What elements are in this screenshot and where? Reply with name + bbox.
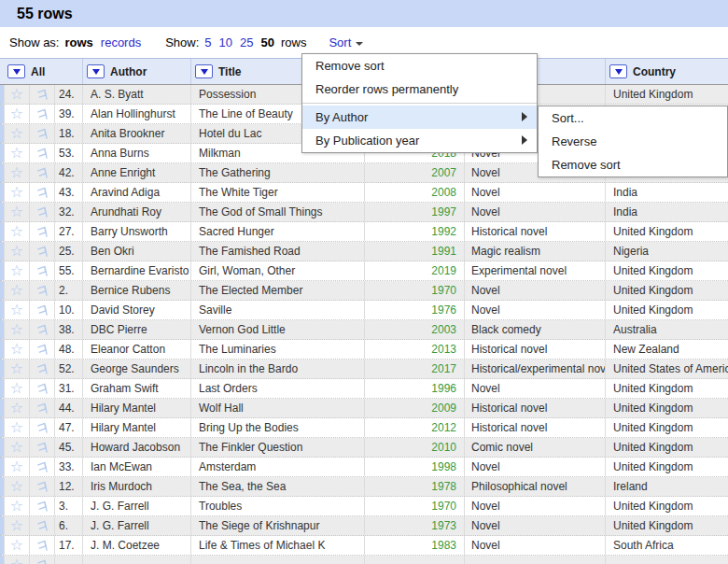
country-cell[interactable]: United Kingdom — [605, 222, 728, 241]
page-size-5-link[interactable]: 5 — [204, 35, 211, 49]
star-cell[interactable]: ☆ — [4, 203, 29, 221]
star-cell[interactable]: ☆ — [4, 105, 29, 123]
menu-item-by-publication-year[interactable]: By Publication year — [302, 129, 537, 152]
table-row[interactable]: ☆10.David StoreySaville1976NovelUnited K… — [0, 301, 728, 320]
year-cell[interactable]: 1976 — [364, 301, 464, 319]
star-icon[interactable]: ☆ — [10, 106, 23, 121]
table-row[interactable]: ☆48.Eleanor CattonThe Luminaries2013Hist… — [0, 340, 728, 360]
star-cell[interactable]: ☆ — [4, 556, 29, 564]
genre-cell[interactable]: Novel — [464, 183, 605, 202]
flag-cell[interactable] — [29, 144, 54, 162]
flag-cell[interactable] — [29, 242, 54, 261]
flag-cell[interactable] — [29, 516, 54, 535]
year-cell[interactable]: 2019 — [364, 261, 464, 280]
year-cell[interactable]: 2009 — [364, 399, 464, 417]
table-row[interactable]: ☆43.Aravind AdigaThe White Tiger2008Nove… — [0, 183, 728, 203]
star-icon[interactable]: ☆ — [10, 146, 23, 161]
show-as-records-link[interactable]: records — [101, 35, 141, 49]
table-row[interactable]: ☆27.Barry UnsworthSacred Hunger1992Histo… — [0, 222, 728, 242]
year-cell[interactable] — [364, 556, 464, 564]
author-cell[interactable]: David Storey — [82, 301, 190, 319]
title-cell[interactable]: The Famished Road — [190, 242, 364, 261]
title-cell[interactable]: Last Orders — [190, 379, 364, 398]
author-cell[interactable]: Alan Hollinghurst — [82, 105, 190, 123]
star-cell[interactable]: ☆ — [4, 399, 29, 417]
title-cell[interactable]: The Luminaries — [190, 340, 364, 359]
author-cell[interactable]: J. M. Coetzee — [82, 536, 190, 555]
country-cell[interactable]: United Kingdom — [605, 516, 728, 535]
table-row[interactable]: ☆6.J. G. FarrellThe Siege of Krishnapur1… — [0, 516, 728, 536]
table-row[interactable]: ☆32.Arundhati RoyThe God of Small Things… — [0, 203, 728, 222]
star-icon[interactable]: ☆ — [10, 204, 23, 219]
country-cell[interactable]: Nigeria — [605, 242, 728, 261]
flag-cell[interactable] — [29, 124, 54, 143]
menu-item-by-author[interactable]: By Author — [302, 106, 537, 129]
author-cell[interactable]: J. G. Farrell — [82, 497, 190, 515]
author-cell[interactable]: Ian McEwan — [82, 458, 190, 476]
flag-cell[interactable] — [29, 360, 54, 378]
author-cell[interactable]: Hilary Mantel — [82, 399, 190, 417]
country-cell[interactable]: United Kingdom — [605, 85, 728, 104]
flag-cell[interactable] — [29, 222, 54, 241]
country-cell[interactable]: United Kingdom — [605, 281, 728, 300]
submenu-item-reverse[interactable]: Reverse — [539, 130, 727, 153]
title-cell[interactable]: The Finkler Question — [190, 438, 364, 457]
author-cell[interactable]: Arundhati Roy — [82, 203, 190, 221]
year-cell[interactable]: 2010 — [364, 438, 464, 457]
table-row[interactable]: ☆47.Hilary MantelBring Up the Bodies2012… — [0, 418, 728, 438]
genre-cell[interactable]: Novel — [464, 379, 605, 398]
genre-cell[interactable]: Experimental novel — [464, 261, 605, 280]
table-row[interactable]: ☆33.Ian McEwanAmsterdam1998NovelUnited K… — [0, 458, 728, 477]
year-cell[interactable]: 1973 — [364, 516, 464, 535]
title-cell[interactable]: Bring Up the Bodies — [190, 418, 364, 437]
year-cell[interactable]: 2012 — [364, 418, 464, 437]
genre-cell[interactable]: Philosophical novel — [464, 477, 605, 496]
year-cell[interactable]: 1991 — [364, 242, 464, 261]
column-header-all[interactable]: All — [0, 59, 82, 84]
star-cell[interactable]: ☆ — [4, 281, 29, 300]
title-cell[interactable]: Lincoln in the Bardo — [190, 360, 364, 378]
star-icon[interactable]: ☆ — [10, 518, 23, 533]
flag-cell[interactable] — [29, 340, 54, 359]
author-cell[interactable]: Bernardine Evaristo — [82, 261, 190, 280]
country-cell[interactable]: United Kingdom — [605, 379, 728, 398]
flag-cell[interactable] — [29, 301, 54, 319]
star-cell[interactable]: ☆ — [4, 261, 29, 280]
country-cell[interactable]: United Kingdom — [605, 418, 728, 437]
year-cell[interactable]: 1978 — [364, 477, 464, 496]
flag-cell[interactable] — [29, 203, 54, 221]
submenu-item-sort[interactable]: Sort... — [539, 106, 727, 130]
author-cell[interactable]: Eleanor Catton — [82, 340, 190, 359]
author-cell[interactable]: Aravind Adiga — [82, 183, 190, 202]
star-icon[interactable]: ☆ — [10, 361, 23, 376]
flag-cell[interactable] — [29, 418, 54, 437]
genre-cell[interactable]: Novel — [464, 516, 605, 535]
country-cell[interactable]: United States of America — [605, 360, 728, 378]
genre-cell[interactable]: Novel — [464, 301, 605, 319]
star-icon[interactable]: ☆ — [10, 224, 23, 239]
filter-dropdown-icon[interactable] — [87, 64, 105, 78]
genre-cell[interactable]: Magic realism — [464, 242, 605, 261]
author-cell[interactable]: Ben Okri — [82, 242, 190, 261]
country-cell[interactable] — [605, 556, 728, 564]
table-row[interactable]: ☆3.J. G. FarrellTroubles1970NovelUnited … — [0, 497, 728, 516]
country-cell[interactable]: Ireland — [605, 477, 728, 496]
author-cell[interactable]: Anna Burns — [82, 144, 190, 162]
title-cell[interactable]: Girl, Woman, Other — [190, 261, 364, 280]
table-row[interactable]: ☆2.Bernice RubensThe Elected Member1970N… — [0, 281, 728, 301]
genre-cell[interactable] — [464, 556, 605, 564]
title-cell[interactable]: Saville — [190, 301, 364, 319]
show-as-rows-option[interactable]: rows — [64, 35, 92, 49]
table-row[interactable]: ☆52.George SaundersLincoln in the Bardo2… — [0, 360, 728, 379]
country-cell[interactable]: United Kingdom — [605, 261, 728, 280]
country-cell[interactable]: New Zealand — [605, 340, 728, 359]
star-icon[interactable]: ☆ — [10, 401, 23, 416]
year-cell[interactable]: 1997 — [364, 203, 464, 221]
genre-cell[interactable]: Black comedy — [464, 320, 605, 339]
filter-dropdown-icon[interactable] — [195, 64, 213, 78]
flag-cell[interactable] — [29, 458, 54, 476]
star-cell[interactable]: ☆ — [4, 301, 29, 319]
flag-cell[interactable] — [29, 379, 54, 398]
country-cell[interactable]: United Kingdom — [605, 399, 728, 417]
star-icon[interactable]: ☆ — [10, 459, 23, 474]
